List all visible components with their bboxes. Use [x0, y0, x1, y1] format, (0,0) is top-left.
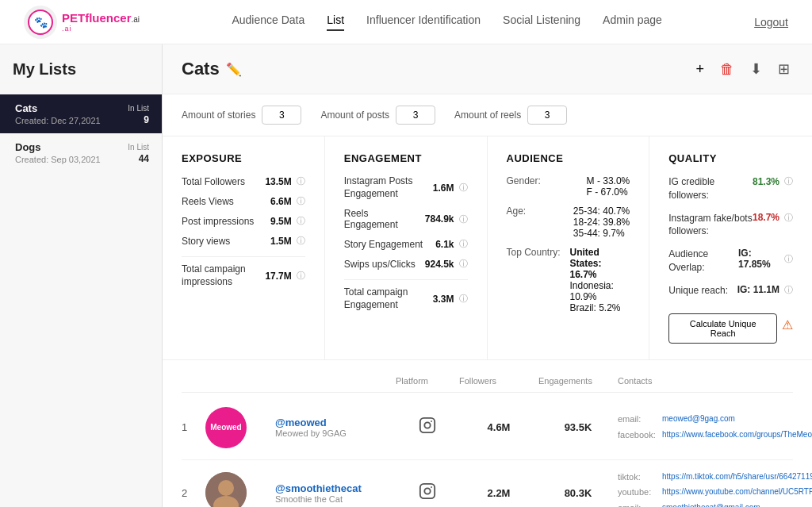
info-icon[interactable]: ⓘ [459, 293, 468, 305]
contact-val: meowed@9gag.com [662, 412, 735, 428]
quality-col: QUALITY IG credible followers: 81.3% ⓘ I… [649, 136, 812, 359]
info-icon[interactable]: ⓘ [784, 175, 793, 187]
stat-label: Swips ups/Clicks [344, 259, 416, 270]
download-button[interactable]: ⬇ [747, 57, 765, 81]
info-icon[interactable]: ⓘ [459, 213, 468, 225]
grid-button[interactable]: ⊞ [775, 57, 793, 81]
contact-val: https://www.facebook.com/groups/TheMeowe… [662, 428, 812, 444]
info-icon[interactable]: ⓘ [784, 284, 793, 296]
info-icon[interactable]: ⓘ [297, 215, 305, 227]
posts-label: Amount of posts [320, 109, 389, 121]
header-actions: + 🗑 ⬇ ⊞ [692, 57, 793, 81]
gender-label: Gender: [507, 175, 570, 186]
svg-point-4 [431, 421, 432, 422]
quality-label: Instagram fake/bots followers: [668, 212, 753, 239]
info-icon[interactable]: ⓘ [459, 238, 468, 250]
influencer-section: Platform Followers Engagements Contacts … [163, 360, 812, 507]
warning-icon: ⚠ [782, 317, 793, 332]
list-item-date: Created: Dec 27,2021 [15, 116, 101, 125]
list-item-name: Cats [15, 102, 37, 114]
table-row: 1 Meowed @meowed Meowed by 9GAG [182, 396, 793, 460]
total-engagement-value: 3.3M [433, 294, 454, 305]
content-title-row: Cats ✏️ [182, 59, 242, 79]
stat-value: 9.5M [270, 216, 292, 227]
engagement-title: ENGAGEMENT [344, 152, 468, 164]
svg-text:🐾: 🐾 [34, 16, 48, 29]
stat-label: Reels Engagement [344, 208, 425, 230]
stat-row: Total Followers 13.5M ⓘ [182, 175, 305, 187]
country-value-2: Brazil: 5.2% [570, 302, 630, 313]
stat-row: Story Engagement 6.1k ⓘ [344, 238, 468, 250]
logo: 🐾 PETfluencer.ai .ai [24, 6, 140, 39]
reels-label: Amount of reels [454, 109, 521, 121]
info-icon[interactable]: ⓘ [459, 182, 468, 194]
gender-row: Gender: M - 33.0% F - 67.0% [507, 175, 630, 198]
stat-value: 6.1k [435, 239, 454, 250]
quality-label: Audience Overlap: [668, 248, 738, 275]
posts-input[interactable] [396, 106, 435, 125]
quality-row-1: Instagram fake/bots followers: 18.7% ⓘ [668, 212, 793, 239]
stat-label: Reels Views [182, 196, 234, 207]
info-icon[interactable]: ⓘ [297, 195, 305, 207]
info-icon[interactable]: ⓘ [784, 253, 793, 265]
list-item-badge: In List [128, 143, 149, 152]
stat-label: Instagram Posts Engagement [344, 175, 433, 200]
quality-label: Unique reach: [668, 284, 728, 298]
table-header: Platform Followers Engagements Contacts [182, 376, 793, 393]
add-button[interactable]: + [692, 58, 707, 81]
svg-point-6 [218, 480, 234, 496]
exposure-title: EXPOSURE [182, 152, 305, 164]
contact-val: https://www.youtube.com/channel/UC5RTPeV… [662, 485, 812, 501]
engagement-col: ENGAGEMENT Instagram Posts Engagement 1.… [325, 136, 488, 359]
influencer-handle[interactable]: @meowed [275, 417, 396, 428]
total-impressions-row: Total campaign impressions 17.7M ⓘ [182, 256, 305, 288]
list-item-badge: In List [128, 104, 149, 113]
influencer-avatar: Meowed [205, 407, 247, 448]
sidebar-item-cats[interactable]: Cats In List Created: Dec 27,2021 9 [0, 94, 162, 133]
influencer-followers: 2.2M [459, 487, 538, 499]
content-header: Cats ✏️ + 🗑 ⬇ ⊞ [163, 44, 812, 94]
sidebar-item-dogs[interactable]: Dogs In List Created: Sep 03,2021 44 [0, 133, 162, 172]
stat-label: Story views [182, 236, 230, 247]
svg-point-9 [424, 488, 430, 494]
exposure-col: EXPOSURE Total Followers 13.5M ⓘ Reels V… [163, 136, 325, 359]
calculate-unique-reach-button[interactable]: Calculate Unique Reach [668, 313, 777, 344]
age-value-1: 18-24: 39.8% [573, 217, 630, 228]
country-value-0: United States: 16.7% [570, 247, 630, 280]
list-item-count: 44 [139, 153, 149, 164]
info-icon[interactable]: ⓘ [297, 270, 305, 282]
main-content: Cats ✏️ + 🗑 ⬇ ⊞ Amount of stories Amount… [163, 44, 812, 507]
quality-row-2: Audience Overlap: IG: 17.85% ⓘ [668, 248, 793, 275]
delete-button[interactable]: 🗑 [717, 58, 737, 81]
quality-value: IG: 17.85% [738, 248, 779, 270]
stories-input[interactable] [262, 106, 301, 125]
col-num [182, 376, 205, 386]
edit-icon[interactable]: ✏️ [226, 62, 242, 77]
stats-grid: EXPOSURE Total Followers 13.5M ⓘ Reels V… [163, 136, 812, 360]
influencer-info: @smoothiethecat Smoothie the Cat [269, 482, 396, 504]
influencer-num: 2 [182, 487, 205, 499]
instagram-icon [396, 417, 459, 438]
list-item-count: 9 [144, 114, 149, 125]
info-icon[interactable]: ⓘ [297, 235, 305, 247]
influencer-contacts: tiktok: https://m.tiktok.com/h5/share/us… [618, 470, 812, 507]
list-item-date: Created: Sep 03,2021 [15, 155, 101, 164]
info-icon[interactable]: ⓘ [297, 175, 305, 187]
svg-point-3 [424, 422, 430, 428]
info-icon[interactable]: ⓘ [784, 212, 793, 224]
gender-value: M - 33.0% F - 67.0% [587, 175, 630, 198]
stat-row: Instagram Posts Engagement 1.6M ⓘ [344, 175, 468, 200]
nav-admin-page[interactable]: Admin page [603, 13, 662, 31]
nav-list[interactable]: List [327, 13, 344, 31]
quality-value: 81.3% [753, 176, 779, 187]
content-title: Cats [182, 59, 220, 79]
nav-social-listening[interactable]: Social Listening [503, 13, 580, 31]
reels-input[interactable] [527, 106, 567, 125]
influencer-handle[interactable]: @smoothiethecat [275, 482, 396, 494]
info-icon[interactable]: ⓘ [459, 258, 468, 270]
nav-influencer-identification[interactable]: Influencer Identification [366, 13, 481, 31]
logout-button[interactable]: Logout [754, 16, 788, 29]
nav-audience-data[interactable]: Audience Data [232, 13, 304, 31]
contact-key: facebook: [618, 428, 657, 444]
stat-label: Total Followers [182, 176, 245, 187]
